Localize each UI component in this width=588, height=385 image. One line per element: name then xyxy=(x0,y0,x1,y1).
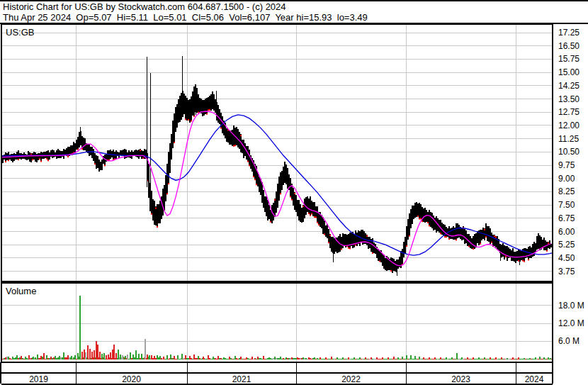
volume-bar xyxy=(42,357,43,359)
close-tick xyxy=(484,229,485,230)
volume-bar xyxy=(521,359,522,359)
volume-bar xyxy=(240,357,242,359)
volume-bar xyxy=(159,356,161,359)
volume-bar xyxy=(89,349,91,359)
volume-bar xyxy=(62,357,63,359)
volume-bar xyxy=(213,357,214,359)
volume-bar xyxy=(45,359,46,359)
close-tick xyxy=(47,160,49,161)
volume-bar xyxy=(471,359,473,359)
volume-bar xyxy=(303,357,304,359)
volume-bar xyxy=(334,359,335,359)
volume-bar xyxy=(84,350,85,359)
volume-bar xyxy=(473,357,474,359)
volume-bar xyxy=(257,357,259,359)
volume-bar xyxy=(132,355,134,359)
volume-bar xyxy=(268,357,270,359)
close-tick xyxy=(372,252,373,254)
volume-bar xyxy=(423,357,424,359)
close-tick xyxy=(505,256,507,257)
volume-bar xyxy=(297,357,298,359)
close-tick xyxy=(166,193,168,194)
volume-bar xyxy=(49,358,50,359)
volume-bar xyxy=(217,356,219,359)
volume-bar xyxy=(253,359,254,359)
close-tick xyxy=(240,135,242,136)
volume-bar xyxy=(222,359,223,359)
volume-bar xyxy=(529,358,531,359)
volume-bar xyxy=(108,355,109,359)
close-tick xyxy=(328,242,329,243)
volume-bar xyxy=(216,359,217,359)
close-tick xyxy=(290,196,291,197)
close-tick xyxy=(104,164,106,166)
volume-bar xyxy=(539,357,541,359)
volume-bar xyxy=(365,357,366,359)
volume-bar xyxy=(270,358,271,359)
volume-bar xyxy=(310,358,311,359)
volume-bar xyxy=(125,356,126,359)
volume-bar xyxy=(198,356,199,359)
volume-bar xyxy=(399,359,400,359)
volume-bar xyxy=(290,358,291,359)
volume-bar xyxy=(63,352,64,359)
volume-bar xyxy=(152,358,154,359)
volume-bar xyxy=(400,359,402,359)
volume-bar xyxy=(533,359,535,359)
volume-axis-label: 12.0 M xyxy=(558,318,584,328)
volume-bar xyxy=(516,359,518,359)
volume-bar xyxy=(229,357,230,359)
close-tick xyxy=(355,245,356,246)
volume-bar xyxy=(538,359,539,359)
volume-bar xyxy=(327,359,328,359)
close-tick xyxy=(220,128,222,129)
volume-bar xyxy=(490,357,491,359)
close-tick xyxy=(495,237,497,238)
volume-bar xyxy=(402,357,403,359)
volume-bar xyxy=(251,357,253,359)
volume-bar xyxy=(183,358,185,359)
volume-bar xyxy=(91,352,93,359)
volume-bar xyxy=(260,358,261,359)
volume-bar xyxy=(280,357,281,359)
volume-bar xyxy=(118,350,119,359)
year-label: 2022 xyxy=(341,374,361,384)
volume-bar xyxy=(74,355,76,359)
volume-bar xyxy=(66,357,67,359)
volume-bar xyxy=(106,355,107,359)
volume-bar xyxy=(172,358,174,359)
volume-bar xyxy=(287,358,288,359)
volume-bar xyxy=(77,353,79,359)
volume-bar xyxy=(317,358,318,359)
volume-bar xyxy=(2,359,4,359)
volume-bar xyxy=(30,358,32,359)
volume-bar xyxy=(456,353,458,359)
volume-bar xyxy=(338,359,339,359)
close-tick xyxy=(422,221,423,222)
close-tick xyxy=(419,218,420,219)
price-axis-label: 15.75 xyxy=(558,54,579,64)
volume-bar xyxy=(341,359,342,359)
volume-bar xyxy=(273,358,274,359)
volume-bar xyxy=(131,358,132,359)
price-axis-label: 12.75 xyxy=(558,107,579,117)
volume-bar xyxy=(461,357,463,359)
volume-bar xyxy=(177,355,179,359)
close-tick xyxy=(315,217,317,218)
close-tick xyxy=(32,159,33,160)
volume-bar xyxy=(536,359,538,359)
volume-bar xyxy=(243,359,244,359)
volume-bar xyxy=(196,358,198,359)
volume-bar xyxy=(446,357,447,359)
volume-bar xyxy=(230,358,232,359)
volume-bar xyxy=(234,356,236,359)
volume-bar xyxy=(337,357,338,359)
volume-bar xyxy=(4,358,5,359)
close-tick xyxy=(308,213,310,214)
volume-bar xyxy=(285,357,287,359)
close-tick xyxy=(491,242,492,243)
volume-bar xyxy=(250,359,251,359)
close-tick xyxy=(440,233,441,234)
volume-bar xyxy=(451,357,453,359)
volume-bar xyxy=(52,358,53,359)
